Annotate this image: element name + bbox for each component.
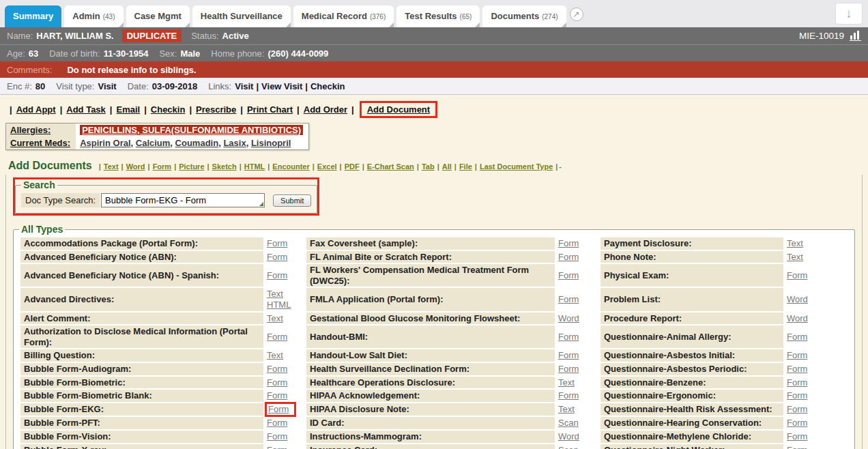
doc-type-word[interactable]: Word	[126, 162, 145, 171]
tab-documents[interactable]: Documents(274)	[482, 5, 566, 27]
doc-link-bubble-form-audiogram-form[interactable]: Form	[267, 364, 287, 374]
doc-link-handout-bmi-form[interactable]: Form	[558, 332, 579, 342]
doc-link-advanced-directives-html[interactable]: HTML	[267, 300, 291, 310]
doc-link-billing-question-text[interactable]: Text	[267, 350, 283, 360]
action-add-task[interactable]: Add Task	[66, 104, 106, 115]
doc-link-healthcare-operations-disclosure-text[interactable]: Text	[558, 377, 575, 388]
doc-link-questionnaire-methylene-chloride-form[interactable]: Form	[787, 431, 807, 441]
doc-type-link-cell: Text	[556, 377, 596, 389]
doc-link-hipaa-disclosure-note-text[interactable]: Text	[558, 404, 575, 414]
doc-link-advanced-beneficiary-notice-abn-spanish-form[interactable]: Form	[267, 270, 287, 280]
doc-link-instructions-mammogram-word[interactable]: Word	[558, 431, 579, 441]
doc-link-fax-coversheet-sample-form[interactable]: Form	[558, 238, 579, 248]
doc-link-id-card-scan[interactable]: Scan	[558, 418, 579, 428]
tab-admin[interactable]: Admin(43)	[64, 5, 123, 27]
doc-link-questionnaire-night-worker-form[interactable]: Form	[787, 445, 807, 449]
doc-link-handout-low-salt-diet-form[interactable]: Form	[558, 350, 579, 360]
doc-link-bubble-form-x-ray-form[interactable]: Form	[267, 445, 287, 449]
tab-health-surveillance[interactable]: Health Surveillance	[192, 5, 291, 27]
doc-type-all[interactable]: All	[442, 162, 452, 171]
action-checkin[interactable]: Checkin	[151, 104, 186, 115]
doc-link-questionnaire-health-risk-assessment-form[interactable]: Form	[787, 404, 807, 414]
doc-type-excel[interactable]: Excel	[317, 162, 337, 171]
search-annotation-box: Search Doc Type Search: Submit	[13, 177, 319, 216]
doc-type-e-chart-scan[interactable]: E-Chart Scan	[367, 162, 414, 171]
duplicate-badge: DUPLICATE	[122, 29, 182, 42]
type-separator: |	[340, 162, 342, 171]
doc-type-search-input[interactable]	[101, 193, 265, 207]
tab-medical-record[interactable]: Medical Record(376)	[293, 5, 394, 27]
doc-link-advanced-beneficiary-notice-abn-form[interactable]: Form	[267, 252, 287, 262]
doc-link-physical-exam-form[interactable]: Form	[787, 270, 807, 280]
doc-link-procedure-report-word[interactable]: Word	[787, 313, 808, 323]
download-icon[interactable]: ↓	[835, 3, 863, 25]
doc-type-text[interactable]: Text	[104, 162, 119, 171]
encounter-link-visit[interactable]: Visit	[235, 81, 253, 91]
table-row: Bubble Form-EKG:FormHIPAA Disclosure Not…	[20, 403, 848, 416]
doc-link-payment-disclosure-text[interactable]: Text	[787, 238, 803, 248]
doc-link-bubble-form-biometric-form[interactable]: Form	[267, 377, 287, 388]
doc-type-file[interactable]: File	[459, 162, 472, 171]
med-aspirin-oral[interactable]: Aspirin Oral	[80, 138, 130, 148]
doc-link-bubble-form-vision-form[interactable]: Form	[267, 431, 287, 441]
doc-type-picture[interactable]: Picture	[179, 162, 204, 171]
med-calcium[interactable]: Calcium	[136, 138, 171, 148]
tab-case-mgmt[interactable]: Case Mgmt	[126, 5, 190, 27]
action-print-chart[interactable]: Print Chart	[247, 104, 293, 115]
encounter-link-view-visit[interactable]: View Visit	[261, 81, 302, 91]
doc-link-questionnaire-animal-allergy-form[interactable]: Form	[787, 332, 807, 342]
action-add-appt[interactable]: Add Appt	[16, 104, 56, 115]
doc-link-authorization-to-disclose-medical-information-portal-form-form[interactable]: Form	[267, 332, 287, 342]
doc-link-bubble-form-pft-form[interactable]: Form	[267, 418, 287, 428]
doc-link-health-surveillance-declination-form-form[interactable]: Form	[558, 364, 579, 374]
doc-link-questionnaire-asbestos-periodic-form[interactable]: Form	[787, 364, 807, 374]
doc-type-link-cell: Form	[556, 349, 596, 362]
doc-link-questionnaire-benzene-form[interactable]: Form	[787, 377, 807, 388]
doc-type-sketch[interactable]: Sketch	[212, 162, 237, 171]
doc-link-problem-list-word[interactable]: Word	[787, 294, 808, 304]
external-link-icon[interactable]: ↗	[570, 8, 583, 21]
doc-link-alert-comment-text[interactable]: Text	[267, 313, 283, 323]
doc-link-insurance-card-scan[interactable]: Scan	[558, 445, 579, 449]
tab-test-results[interactable]: Test Results(65)	[396, 5, 480, 27]
doc-type-label: Handout-Low Salt Diet:	[306, 349, 555, 362]
doc-type-pdf[interactable]: PDF	[345, 162, 360, 171]
tab-label: Documents	[491, 11, 539, 21]
doc-type-form[interactable]: Form	[153, 162, 172, 171]
doc-link-accommodations-package-portal-form-form[interactable]: Form	[267, 238, 287, 248]
action-add-document[interactable]: Add Document	[367, 104, 430, 115]
current-meds-link[interactable]: Current Meds:	[10, 138, 70, 148]
action-email[interactable]: Email	[116, 104, 140, 115]
doc-link-questionnaire-ergonomic-form[interactable]: Form	[787, 390, 807, 401]
doc-link-bubble-form-biometric-blank-form[interactable]: Form	[267, 390, 287, 401]
action-separator: |	[10, 104, 12, 115]
doc-link-fl-animal-bite-or-scratch-report-form[interactable]: Form	[558, 252, 579, 262]
doc-type-encounter[interactable]: Encounter	[272, 162, 309, 171]
doc-link-phone-note-text[interactable]: Text	[787, 252, 803, 262]
submit-button[interactable]: Submit	[273, 194, 311, 207]
type-separator: |	[121, 162, 124, 171]
date-label: Date:	[128, 81, 149, 91]
doc-link-questionnaire-asbestos-initial-form[interactable]: Form	[787, 350, 807, 360]
med-lisinopril[interactable]: Lisinopril	[251, 138, 291, 148]
med-coumadin[interactable]: Coumadin	[175, 138, 219, 148]
collapse-dash[interactable]: -	[559, 162, 562, 171]
doc-link-gestational-blood-glucose-monitoring-flowsheet-word[interactable]: Word	[558, 313, 579, 323]
doc-link-fl-workers-compensation-medical-treatment-form-dwc25-form[interactable]: Form	[558, 270, 579, 280]
doc-link-hipaa-acknowledgement-form[interactable]: Form	[558, 390, 579, 401]
action-prescribe[interactable]: Prescribe	[196, 104, 236, 115]
med-lasix[interactable]: Lasix	[223, 138, 246, 148]
action-add-order[interactable]: Add Order	[304, 104, 347, 115]
allergies-value[interactable]: PENICILLINS, SULFA(SULFONAMIDE ANTIBIOTI…	[80, 125, 303, 135]
doc-link-advanced-directives-text[interactable]: Text	[267, 289, 283, 299]
doc-link-bubble-form-ekg-form[interactable]: Form	[268, 404, 289, 414]
bar-chart-icon[interactable]	[850, 31, 861, 41]
doc-type-html[interactable]: HTML	[244, 162, 265, 171]
tab-summary[interactable]: Summary	[5, 5, 61, 27]
allergies-link[interactable]: Allergies:	[10, 125, 50, 135]
doc-type-last-document-type[interactable]: Last Document Type	[480, 162, 553, 171]
doc-link-questionnaire-hearing-conservation-form[interactable]: Form	[787, 418, 807, 428]
encounter-link-checkin[interactable]: Checkin	[310, 81, 345, 91]
doc-type-tab[interactable]: Tab	[422, 162, 435, 171]
doc-link-fmla-application-portal-form-form[interactable]: Form	[558, 294, 579, 304]
